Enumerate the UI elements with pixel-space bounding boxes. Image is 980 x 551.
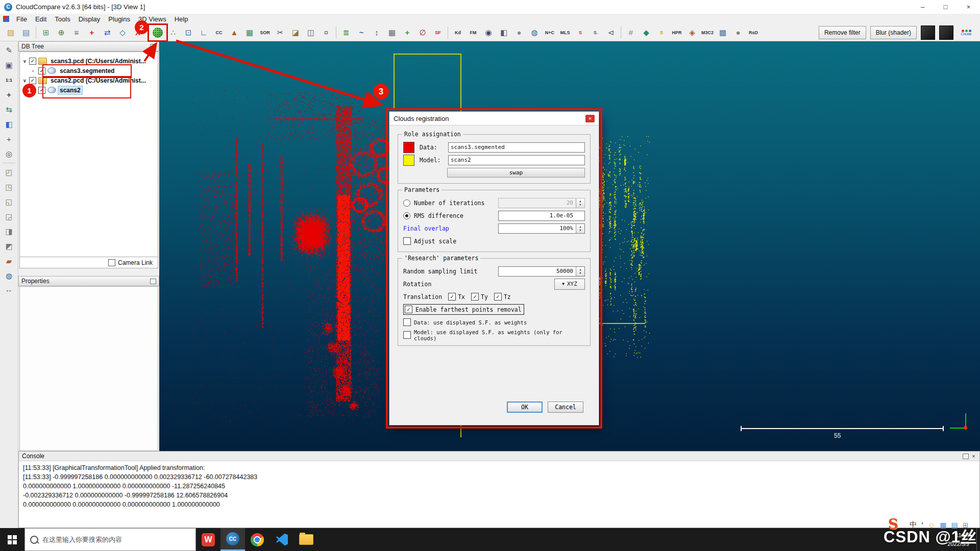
open-icon[interactable]: ▨ [4,26,18,40]
segment-icon[interactable]: ✂ [273,26,287,40]
menu-item[interactable]: Edit [31,15,51,23]
octree-icon[interactable]: ⊡ [181,26,195,40]
sf-delete-icon[interactable]: ∅ [415,26,430,40]
view-left-icon[interactable]: ◱ [2,195,17,209]
model-weights-checkbox[interactable] [403,331,411,339]
merge-icon[interactable]: ⊕ [54,26,68,40]
quantize-icon[interactable]: ⊲ [604,26,618,40]
sf-max-icon[interactable]: ↕ [370,26,384,40]
spin-buttons-icon[interactable] [576,198,584,208]
cc-toolbox-icon[interactable]: CC [212,26,226,40]
menu-item[interactable]: Plugins [104,15,134,23]
bounding-box-icon[interactable]: ◧ [497,26,511,40]
iterations-spinbox[interactable]: 20 [498,198,585,208]
rms-radio[interactable] [403,212,410,219]
toolbar-separator[interactable] [336,27,336,39]
data-weights-checkbox[interactable] [403,318,411,326]
ssao-shader-icon[interactable] [939,26,953,40]
cross-section-icon[interactable]: ◪ [288,26,303,40]
sphere-icon[interactable]: ● [512,26,526,40]
swap-button[interactable]: swap [447,168,585,178]
taskbar-app-wps[interactable]: W [196,528,220,551]
dialog-title-bar[interactable]: Clouds registration × [389,112,599,126]
fm-icon[interactable]: FM [466,26,480,40]
hpr-icon[interactable]: HPR [670,26,684,40]
clone-icon[interactable]: ⊞ [39,26,53,40]
menu-item[interactable]: Tools [51,15,74,23]
tools-icon[interactable]: ¤ [319,26,333,40]
iterations-radio[interactable] [403,199,410,207]
expand-arrow-icon[interactable]: ∨ [23,78,29,83]
curvature-plot-icon[interactable]: ~ [354,26,369,40]
sf-label-icon[interactable]: SF [431,26,445,40]
model-field[interactable]: scans2 [448,155,585,165]
minimize-button[interactable]: – [911,0,934,14]
clipping-box-icon[interactable]: ◇ [115,26,130,40]
view-right-icon[interactable]: ◲ [2,210,17,223]
close-panel-icon[interactable]: × [971,454,976,459]
fine-registration-button[interactable] [151,26,165,40]
overlap-spinbox[interactable]: 100% [498,223,585,234]
ruler-icon[interactable]: # [624,26,638,40]
taskbar-app-cloudcompare[interactable]: CC [220,528,245,551]
sf-grid-icon[interactable]: ▦ [385,26,399,40]
sampling-spinbox[interactable]: 50000 [498,266,585,277]
camera-link-checkbox[interactable] [108,259,115,266]
dialog-close-icon[interactable]: × [585,115,595,122]
view-bottom-icon[interactable]: ◩ [2,239,17,253]
expand-arrow-icon[interactable]: ∨ [23,59,29,64]
view-front-icon[interactable]: ◰ [2,165,17,179]
taskbar-app-chrome[interactable] [245,528,270,551]
start-button[interactable] [0,528,24,551]
custom-axis-icon[interactable]: + [2,132,17,146]
blur-shader-button[interactable]: Blur (shader) [870,26,917,39]
s-yellow-icon[interactable]: S [654,26,669,40]
point-list-picking-icon[interactable]: + [85,26,99,40]
perspective-cube-icon[interactable]: ◧ [2,117,17,131]
float-panel-icon[interactable] [963,454,969,459]
float-panel-icon[interactable] [150,279,156,284]
pick-center-icon[interactable]: ⇆ [2,103,17,116]
expand-arrow-icon[interactable]: › [32,68,38,73]
zoom-icon[interactable]: ◎ [2,147,17,161]
float-panel-icon[interactable] [150,44,156,49]
side-separator[interactable] [3,163,15,163]
close-button[interactable]: × [957,0,980,14]
rotation-combo[interactable]: ▼ XYZ [554,279,585,290]
rms-field[interactable]: 1.0e-05 [498,211,585,221]
view-front-color-icon[interactable]: ▰ [2,254,17,268]
kd-tree-icon[interactable]: Kd [451,26,465,40]
menu-item[interactable]: File [12,15,31,23]
final-overlap-label[interactable]: Final overlap [403,225,498,232]
farthest-points-checkbox[interactable] [405,306,412,313]
rsd-icon[interactable]: RsD [746,26,761,40]
view-window-icon[interactable] [3,16,9,22]
globe-icon[interactable]: ◍ [527,26,542,40]
view-top-icon[interactable]: ◨ [2,224,17,238]
adjust-scale-checkbox[interactable] [403,237,411,245]
shield-icon[interactable]: ◆ [639,26,653,40]
menu-item[interactable]: Help [170,15,192,23]
nc-icon[interactable]: N+C [543,26,557,40]
zoom-fit-icon[interactable]: + [2,88,17,102]
toolbar-separator[interactable] [448,27,448,39]
rasterize-icon[interactable]: ▦ [242,26,257,40]
primitive-factory-icon[interactable]: ▲ [227,26,241,40]
fit-plane-icon[interactable]: ◫ [304,26,318,40]
toolbar-separator[interactable] [36,27,36,39]
spin-buttons-icon[interactable] [576,224,584,233]
ty-checkbox[interactable] [471,293,479,300]
facets-icon[interactable]: ◈ [685,26,699,40]
s-curve-icon[interactable]: S [573,26,587,40]
taskbar-app-explorer[interactable] [294,528,318,551]
stereo-icon[interactable]: ●● [2,284,17,297]
m3c2-icon[interactable]: M3C2 [700,26,715,40]
taskbar-app-vscode[interactable] [270,528,294,551]
save-icon[interactable]: ▤ [19,26,33,40]
visibility-checkbox[interactable]: ✓ [29,77,36,84]
sensor-icon[interactable]: ◉ [481,26,496,40]
canupo-plugin-icon[interactable]: Create [958,25,975,40]
remove-filter-button[interactable]: Remove filter [819,26,866,39]
taskbar-search[interactable]: 在这里输入你要搜索的内容 [24,528,196,551]
data-field[interactable]: scans3.segmented [448,142,585,153]
